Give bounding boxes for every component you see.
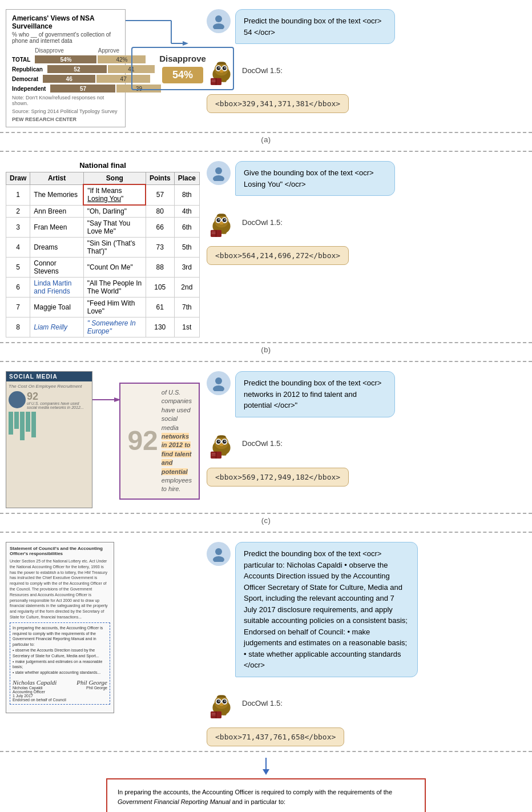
republican-disapprove-bar: 52 — [47, 65, 107, 73]
svg-point-5 — [213, 23, 224, 29]
sm-bar-4 — [26, 412, 30, 432]
sm-text-before: of U.S. companies have used social media — [162, 389, 192, 431]
svg-point-29 — [219, 219, 220, 220]
answer-box-c: <bbox>569,172,949,182</bbox> — [207, 468, 349, 487]
doc-italic-text: Government Financial Reporting Manual — [118, 798, 231, 805]
table-row: 8 Liam Reilly " Somewhere In Europe" 130… — [6, 317, 200, 337]
section-d: Statement of Council's and the Accountin… — [0, 533, 532, 812]
table-row: 6 Linda Martin and Friends "All The Peop… — [6, 278, 200, 298]
user-row-c: Predict the bounding box of the text <oc… — [207, 371, 395, 417]
section-a: Americans' Views of NSA Surveillance % w… — [0, 0, 532, 152]
connector-svg-d — [243, 758, 289, 775]
doc-thumb-title: Statement of Council's and the Accountin… — [10, 546, 110, 556]
table-row: 5 Connor Stevens "Count On Me" 88 3rd — [6, 258, 200, 278]
disapprove-header: Disapprove — [35, 47, 64, 54]
nsa-bar-democrat: Democrat 46 47 — [12, 75, 119, 83]
table-row: 3 Fran Meen "Say That You Love Me" 66 6t… — [6, 218, 200, 238]
svg-point-27 — [216, 218, 220, 222]
svg-point-22 — [213, 175, 224, 181]
sm-pie-1 — [9, 391, 26, 408]
svg-point-30 — [224, 219, 225, 220]
nsa-bar-independent: Independent 57 39 — [12, 85, 119, 93]
docowl-label-a: DocOwl 1.5: — [242, 66, 283, 75]
sm-text-content: of U.S. companies have used social media… — [162, 388, 192, 494]
doc-sig-left-area: Nicholas Capaldi Nicholas Capaldi Accoun… — [13, 679, 66, 702]
doc-text-2: and in particular to: — [232, 798, 286, 805]
docowl-label-d: DocOwl 1.5: — [242, 699, 283, 708]
sm-text-after: employees to hire. — [162, 477, 192, 492]
user-bubble-a: Predict the bounding box of the text <oc… — [235, 9, 395, 44]
user-bubble-b: Give the bounding box of the text <ocr> … — [235, 161, 395, 196]
sm-bar-2 — [14, 412, 19, 429]
sm-bar-1 — [9, 412, 13, 435]
nsa-chart-subtitle: % who __ of government's collection of p… — [12, 31, 119, 44]
doc-thumb-text1: Under Section 25 of the National Lottery… — [10, 558, 110, 620]
svg-point-4 — [215, 15, 222, 22]
section-c-right: Predict the bounding box of the text <oc… — [207, 371, 526, 487]
sm-body: The Cost On Employee Recruitment 92 of U… — [6, 381, 92, 443]
nsa-source: Source: Spring 2014 Political Typology S… — [12, 108, 119, 114]
user-row-a: Predict the bounding box of the text <oc… — [207, 9, 395, 44]
svg-rect-33 — [223, 229, 227, 234]
owl-row-c: DocOwl 1.5: — [207, 429, 283, 459]
section-c-left: SOCIAL MEDIA The Cost On Employee Recrui… — [6, 371, 200, 508]
docowl-label-c: DocOwl 1.5: — [242, 439, 283, 448]
svg-point-12 — [219, 67, 220, 69]
user-row-d: Predict the bounding box of the text <oc… — [207, 542, 418, 677]
section-b-label: (b) — [0, 343, 532, 359]
owl-row-d: DocOwl 1.5: — [207, 689, 283, 718]
nsa-chart: Americans' Views of NSA Surveillance % w… — [6, 9, 126, 127]
table-title: National final — [6, 161, 200, 170]
nsa-bar-republican: Republican 52 41 — [12, 65, 119, 73]
artist-1: The Memories — [30, 184, 83, 205]
user-bubble-c: Predict the bounding box of the text <oc… — [235, 371, 395, 417]
svg-rect-16 — [223, 77, 227, 82]
owl-row-b: DocOwl 1.5: — [207, 207, 283, 237]
user-bubble-d: Predict the bounding box of the text <oc… — [235, 542, 418, 677]
doc-border-text: In preparing the accounts, the Accountin… — [13, 625, 107, 676]
doc-sig-name: Nicholas Capaldi — [13, 686, 66, 690]
user-avatar-b — [207, 161, 231, 185]
doc-sig-right-cursive: Phil George — [76, 679, 107, 686]
section-a-left: Americans' Views of NSA Surveillance % w… — [6, 9, 200, 127]
doc-sig-endorsed: Endorsed on behalf of Council — [13, 698, 66, 702]
table-row: 7 Maggie Toal "Feed Him With Love" 61 7t… — [6, 298, 200, 317]
social-media-area: SOCIAL MEDIA The Cost On Employee Recrui… — [6, 371, 200, 508]
section-d-right: Predict the bounding box of the text <oc… — [207, 542, 526, 746]
doc-text-1: In preparing the accounts, the Accountin… — [118, 789, 392, 795]
doc-expanded-area: In preparing the accounts, the Accountin… — [0, 752, 532, 813]
nsa-bar-total: TOTAL 54% 42% — [12, 55, 119, 63]
svg-marker-3 — [183, 41, 188, 46]
owl-icon-b — [207, 207, 236, 237]
sm-chart-row: 92 of U.S. companies have used social me… — [9, 391, 90, 409]
svg-point-11 — [223, 66, 227, 70]
table-row: 1 The Memories "If It Means Losing You" … — [6, 184, 200, 205]
social-media-expanded: 92 of U.S. companies have used social me… — [119, 383, 200, 500]
user-avatar-c — [207, 371, 231, 395]
doc-sig-left-cursive: Nicholas Capaldi — [13, 679, 66, 686]
col-place: Place — [174, 172, 199, 185]
connector-svg-a — [126, 15, 188, 49]
svg-point-47 — [223, 440, 227, 444]
doc-sig-title: Accounting Officer — [13, 690, 66, 694]
section-b-right: Give the bounding box of the text <ocr> … — [207, 161, 526, 265]
sm-caption-small: of U.S. companies have used social media… — [27, 401, 90, 409]
svg-point-13 — [224, 67, 225, 69]
nsa-note: Note: Don't Know/refused responses not s… — [12, 95, 119, 106]
owl-row-a: DocOwl 1.5: — [207, 55, 283, 85]
svg-point-41 — [213, 385, 224, 391]
table-row: 2 Ann Breen "Oh, Darling" 80 4th — [6, 205, 200, 218]
user-row-b: Give the bounding box of the text <ocr> … — [207, 161, 395, 196]
owl-icon-c — [207, 429, 236, 459]
sm-bar-5 — [31, 412, 36, 437]
nsa-chart-title: Americans' Views of NSA Surveillance — [12, 14, 119, 30]
svg-point-28 — [223, 218, 227, 222]
section-a-right: Predict the bounding box of the text <oc… — [207, 9, 526, 113]
nsa-org: PEW RESEARCH CENTER — [12, 116, 119, 122]
sm-big-num-small: 92 — [27, 391, 90, 401]
sm-header: SOCIAL MEDIA — [6, 372, 92, 381]
user-avatar-d — [207, 542, 231, 566]
table-header-row: Draw Artist Song Points Place — [6, 172, 200, 185]
democrat-label: Democrat — [12, 76, 41, 82]
col-song: Song — [83, 172, 146, 185]
